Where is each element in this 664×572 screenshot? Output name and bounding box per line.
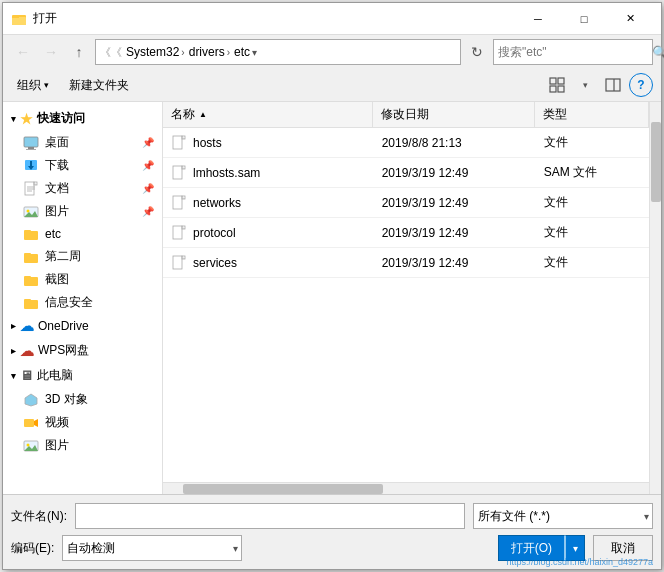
preview-pane-button[interactable] xyxy=(601,73,625,97)
svg-rect-42 xyxy=(173,166,182,179)
svg-rect-32 xyxy=(24,299,31,302)
filename-row: 文件名(N): 所有文件 (*.*) ▾ xyxy=(11,503,653,529)
svg-rect-30 xyxy=(24,276,31,279)
pictures-icon xyxy=(23,204,39,220)
action-bar-left: 组织 ▾ 新建文件夹 xyxy=(11,73,135,97)
pin-icon-3: 📌 xyxy=(142,183,154,194)
filename-label: 文件名(N): xyxy=(11,508,67,525)
folder-infosec-icon xyxy=(23,295,39,311)
sidebar-item-downloads[interactable]: 下载 📌 xyxy=(3,154,162,177)
maximize-button[interactable]: □ xyxy=(561,3,607,35)
sep2: › xyxy=(227,47,230,58)
address-bar[interactable]: 《《 System32 › drivers › etc ▾ xyxy=(95,39,461,65)
filetype-select-wrapper[interactable]: 所有文件 (*.*) ▾ xyxy=(473,503,653,529)
filename-input[interactable] xyxy=(75,503,465,529)
column-type[interactable]: 类型 xyxy=(535,102,649,127)
refresh-button[interactable]: ↻ xyxy=(465,40,489,64)
filetype-select[interactable]: 所有文件 (*.*) xyxy=(473,503,653,529)
table-row[interactable]: hosts 2019/8/8 21:13 文件 xyxy=(163,128,649,158)
table-row[interactable]: protocol 2019/3/19 12:49 文件 xyxy=(163,218,649,248)
svg-rect-1 xyxy=(12,17,26,25)
sidebar-item-infosec[interactable]: 信息安全 xyxy=(3,291,162,314)
close-button[interactable]: ✕ xyxy=(607,3,653,35)
file-list[interactable]: hosts 2019/8/8 21:13 文件 lmhosts.sam xyxy=(163,128,649,482)
title-bar: 打开 ─ □ ✕ xyxy=(3,3,661,35)
view-chevron-button[interactable]: ▾ xyxy=(573,73,597,97)
view-toggle-button[interactable] xyxy=(545,73,569,97)
grid-view-icon xyxy=(549,77,565,93)
watermark: https://blog.csdn.net/haixin_d49277a xyxy=(506,557,653,567)
svg-rect-11 xyxy=(28,147,34,149)
help-button[interactable]: ? xyxy=(629,73,653,97)
svg-point-37 xyxy=(27,443,30,446)
title-controls: ─ □ ✕ xyxy=(515,3,653,35)
svg-rect-34 xyxy=(24,419,34,427)
sep1: › xyxy=(181,47,184,58)
svg-rect-4 xyxy=(558,78,564,84)
computer-section[interactable]: ▾ 🖥 此电脑 xyxy=(3,363,162,388)
sidebar-item-screenshot[interactable]: 截图 xyxy=(3,268,162,291)
organize-button[interactable]: 组织 ▾ xyxy=(11,73,55,97)
svg-rect-15 xyxy=(30,161,32,167)
table-row[interactable]: services 2019/3/19 12:49 文件 xyxy=(163,248,649,278)
new-folder-button[interactable]: 新建文件夹 xyxy=(63,73,135,97)
encoding-select[interactable]: 自动检测 xyxy=(62,535,242,561)
title-bar-left: 打开 xyxy=(11,10,57,27)
encoding-select-wrapper[interactable]: 自动检测 ▾ xyxy=(62,535,242,561)
table-row[interactable]: lmhosts.sam 2019/3/19 12:49 SAM 文件 xyxy=(163,158,649,188)
svg-rect-51 xyxy=(173,256,182,269)
sidebar-item-documents[interactable]: 文档 📌 xyxy=(3,177,162,200)
sidebar-item-pictures2[interactable]: 图片 xyxy=(3,434,162,457)
organize-chevron-icon: ▾ xyxy=(44,80,49,90)
sidebar-item-week2[interactable]: 第二周 xyxy=(3,245,162,268)
sidebar-item-3d[interactable]: 3D 对象 xyxy=(3,388,162,411)
forward-button[interactable]: → xyxy=(39,40,63,64)
up-button[interactable]: ↑ xyxy=(67,40,91,64)
quick-access-section[interactable]: ▾ ★ 快速访问 xyxy=(3,106,162,131)
horizontal-scrollbar[interactable] xyxy=(163,482,649,494)
search-icon: 🔍 xyxy=(652,45,664,60)
back-button[interactable]: ← xyxy=(11,40,35,64)
search-input[interactable] xyxy=(498,45,648,59)
column-name[interactable]: 名称 ▲ xyxy=(163,102,373,127)
scroll-thumb[interactable] xyxy=(651,122,661,202)
sidebar-item-video[interactable]: 视频 xyxy=(3,411,162,434)
quick-access-chevron-icon: ▾ xyxy=(11,114,16,124)
svg-rect-2 xyxy=(12,16,19,18)
breadcrumb-etc[interactable]: etc ▾ xyxy=(234,45,257,59)
action-bar-right: ▾ ? xyxy=(545,73,653,97)
svg-marker-35 xyxy=(34,419,38,427)
sidebar-item-pictures[interactable]: 图片 📌 xyxy=(3,200,162,223)
column-date[interactable]: 修改日期 xyxy=(373,102,535,127)
table-row[interactable]: networks 2019/3/19 12:49 文件 xyxy=(163,188,649,218)
chevron-down-icon[interactable]: ▾ xyxy=(252,47,257,58)
svg-marker-33 xyxy=(25,394,37,406)
sidebar-item-desktop[interactable]: 桌面 📌 xyxy=(3,131,162,154)
h-scroll-thumb[interactable] xyxy=(183,484,383,494)
breadcrumb-system32[interactable]: System32 › xyxy=(126,45,185,59)
file-icon xyxy=(171,165,187,181)
wps-chevron-icon: ▸ xyxy=(11,346,16,356)
documents-icon xyxy=(23,181,39,197)
wps-section[interactable]: ▸ ☁ WPS网盘 xyxy=(3,338,162,363)
open-dialog: 打开 ─ □ ✕ ← → ↑ 《《 System32 › drivers › e… xyxy=(2,2,662,570)
desktop-icon xyxy=(23,135,39,151)
sidebar-item-etc[interactable]: etc xyxy=(3,223,162,245)
action-bar: 组织 ▾ 新建文件夹 ▾ xyxy=(3,69,661,102)
wps-cloud-icon: ☁ xyxy=(20,343,34,359)
file-list-header: 名称 ▲ 修改日期 类型 xyxy=(163,102,649,128)
svg-rect-26 xyxy=(24,230,31,233)
svg-rect-7 xyxy=(606,79,620,91)
pin-icon: 📌 xyxy=(142,137,154,148)
pictures2-icon xyxy=(23,438,39,454)
search-bar[interactable]: 🔍 xyxy=(493,39,653,65)
vertical-scrollbar[interactable] xyxy=(649,102,661,494)
breadcrumb-drivers[interactable]: drivers › xyxy=(189,45,230,59)
onedrive-section[interactable]: ▸ ☁ OneDrive xyxy=(3,314,162,338)
minimize-button[interactable]: ─ xyxy=(515,3,561,35)
folder-week2-icon xyxy=(23,249,39,265)
3d-icon xyxy=(23,392,39,408)
svg-rect-28 xyxy=(24,253,31,256)
svg-rect-9 xyxy=(24,137,38,147)
sort-asc-icon: ▲ xyxy=(199,110,207,119)
